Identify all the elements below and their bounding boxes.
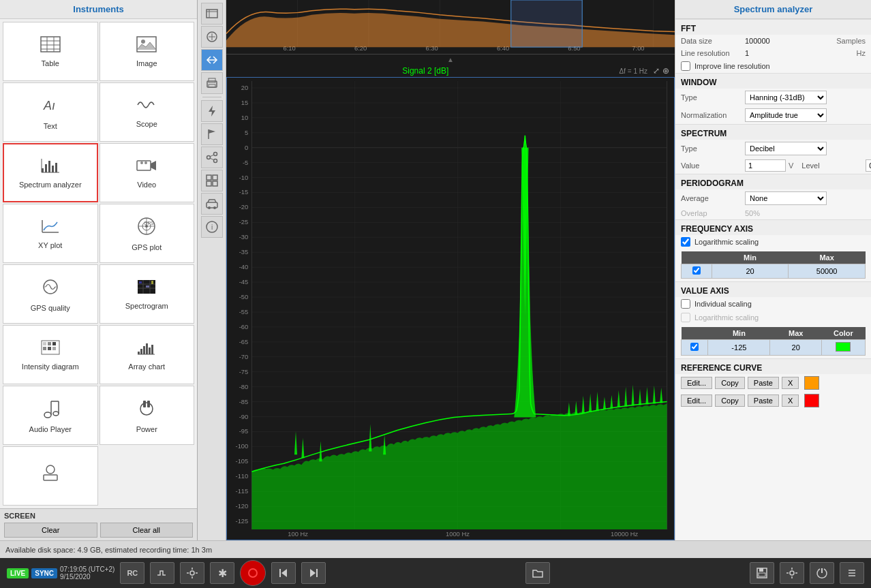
edit-button-1[interactable]: Edit...: [681, 377, 712, 389]
instrument-scope[interactable]: Scope: [100, 82, 195, 142]
paste-button-2[interactable]: Paste: [748, 394, 779, 407]
val-min-label: Min: [708, 327, 770, 340]
window-type-select[interactable]: Hanning (-31dB): [745, 91, 827, 104]
intensity-diagram-label: Intensity diagram: [22, 362, 79, 371]
power-button[interactable]: [810, 562, 834, 584]
spectrum-type-select[interactable]: Decibel: [745, 142, 827, 155]
list-button[interactable]: [840, 562, 864, 584]
flag-button[interactable]: [201, 123, 223, 145]
chart-title: Signal 2 [dB]: [232, 66, 620, 76]
paste-button-1[interactable]: Paste: [748, 377, 779, 389]
val-max-input[interactable]: [784, 343, 808, 352]
instrument-image[interactable]: Image: [100, 22, 195, 81]
data-size-row: Data size 100000 Samples: [675, 35, 871, 47]
skip-fwd-button[interactable]: [301, 562, 326, 584]
individual-scaling-checkbox[interactable]: [681, 299, 690, 309]
rc-button[interactable]: RC: [120, 562, 144, 584]
share-button[interactable]: [201, 146, 223, 168]
level-input[interactable]: [866, 159, 871, 172]
scroll-up-arrow[interactable]: ▲: [447, 56, 454, 63]
skip-back-button[interactable]: [271, 562, 296, 584]
instrument-intensity-diagram[interactable]: Intensity diagram: [3, 325, 98, 384]
edit-button-2[interactable]: Edit...: [681, 394, 712, 407]
x-button-1[interactable]: X: [782, 377, 799, 389]
overview-area[interactable]: 6:10 6:20 6:30 6:40 6:50 7:00: [226, 0, 675, 55]
improve-resolution-checkbox[interactable]: [681, 61, 690, 71]
val-min-input[interactable]: [724, 343, 754, 352]
print-button[interactable]: [201, 72, 223, 94]
freq-max-input[interactable]: [810, 267, 844, 275]
svg-text:100 Hz: 100 Hz: [288, 531, 308, 538]
info-button[interactable]: i: [201, 216, 223, 238]
snowflake-button[interactable]: ✱: [210, 562, 234, 584]
spectrum-value-label: Value: [681, 161, 742, 170]
instrument-spectrogram[interactable]: Spectrogram: [100, 264, 195, 324]
ref-color-swatch-1[interactable]: [804, 376, 819, 390]
svg-rect-42: [52, 342, 56, 345]
freq-min-input[interactable]: [733, 267, 767, 275]
clear-button[interactable]: Clear: [4, 523, 97, 538]
status-bar: Available disk space: 4.9 GB, estimated …: [0, 540, 871, 558]
screen-label: SCREEN: [4, 512, 193, 520]
freq-log-scaling-checkbox[interactable]: [681, 237, 690, 247]
instruments-panel: Instruments Table Image Aı Te: [0, 0, 198, 540]
record-button[interactable]: [240, 560, 266, 586]
zoom-button[interactable]: ⊕: [662, 66, 669, 76]
svg-rect-50: [149, 347, 151, 354]
instrument-extra[interactable]: [3, 446, 98, 506]
x-button-2[interactable]: X: [782, 394, 799, 407]
expand-button[interactable]: ⤢: [653, 66, 660, 76]
instrument-array-chart[interactable]: Array chart: [100, 325, 195, 384]
svg-text:-50: -50: [239, 294, 249, 300]
svg-text:1000 Hz: 1000 Hz: [446, 531, 470, 538]
ref-color-swatch-2[interactable]: [804, 394, 819, 407]
instrument-gps-quality[interactable]: GPS quality: [3, 264, 98, 324]
frequency-axis-header: FREQUENCY AXIS: [675, 219, 871, 235]
instrument-video[interactable]: Video: [100, 143, 195, 202]
overlap-value: 50%: [745, 209, 760, 217]
instrument-audio-player[interactable]: Audio Player: [3, 386, 98, 445]
spectrum-chart[interactable]: 20 15 10 5 0 -5 -10 -15 -20 -25 -30 -35 …: [226, 77, 675, 540]
instrument-power[interactable]: Power: [100, 386, 195, 445]
average-select[interactable]: None: [745, 191, 827, 205]
average-label: Average: [681, 194, 742, 202]
spectrogram-label: Spectrogram: [125, 302, 168, 310]
power-label: Power: [136, 425, 157, 433]
svg-rect-48: [143, 346, 145, 354]
svg-rect-82: [213, 175, 217, 180]
copy-button-1[interactable]: Copy: [715, 377, 745, 389]
trigger-button[interactable]: [150, 562, 174, 584]
svg-point-19: [144, 161, 147, 164]
individual-scaling-row: Individual scaling: [675, 297, 871, 311]
instrument-table[interactable]: Table: [3, 22, 98, 81]
svg-rect-59: [143, 401, 146, 407]
data-size-unit: Samples: [836, 37, 866, 45]
nav-prev-button[interactable]: [201, 3, 223, 25]
instrument-xy-plot[interactable]: XY plot: [3, 204, 98, 263]
svg-rect-0: [41, 37, 60, 52]
channel-button[interactable]: [201, 49, 223, 71]
svg-rect-83: [207, 181, 211, 186]
car-button[interactable]: [201, 193, 223, 215]
clear-all-button[interactable]: Clear all: [100, 523, 194, 538]
instrument-spectrum-analyzer[interactable]: Spectrum analyzer: [3, 143, 98, 202]
value-log-scaling-checkbox[interactable]: [681, 313, 690, 322]
gps-quality-icon: [40, 277, 61, 301]
normalization-select[interactable]: Amplitude true: [745, 108, 827, 122]
instrument-text[interactable]: Aı Text: [3, 82, 98, 142]
settings-button[interactable]: [180, 562, 204, 584]
svg-text:-70: -70: [239, 354, 249, 360]
lightning-button[interactable]: [201, 100, 223, 122]
val-row-checkbox[interactable]: [690, 343, 699, 351]
value-color-swatch[interactable]: [836, 342, 851, 352]
freq-row-checkbox[interactable]: [692, 266, 701, 275]
folder-button[interactable]: [525, 562, 550, 584]
nav-next-button[interactable]: [201, 26, 223, 48]
svg-rect-84: [213, 181, 217, 186]
config-button[interactable]: [780, 562, 804, 584]
instrument-gps-plot[interactable]: GPS GPS plot: [100, 204, 195, 263]
grid-button[interactable]: [201, 170, 223, 191]
copy-button-2[interactable]: Copy: [715, 394, 745, 407]
save-button[interactable]: [750, 562, 774, 584]
spectrum-value-input[interactable]: [745, 159, 786, 172]
